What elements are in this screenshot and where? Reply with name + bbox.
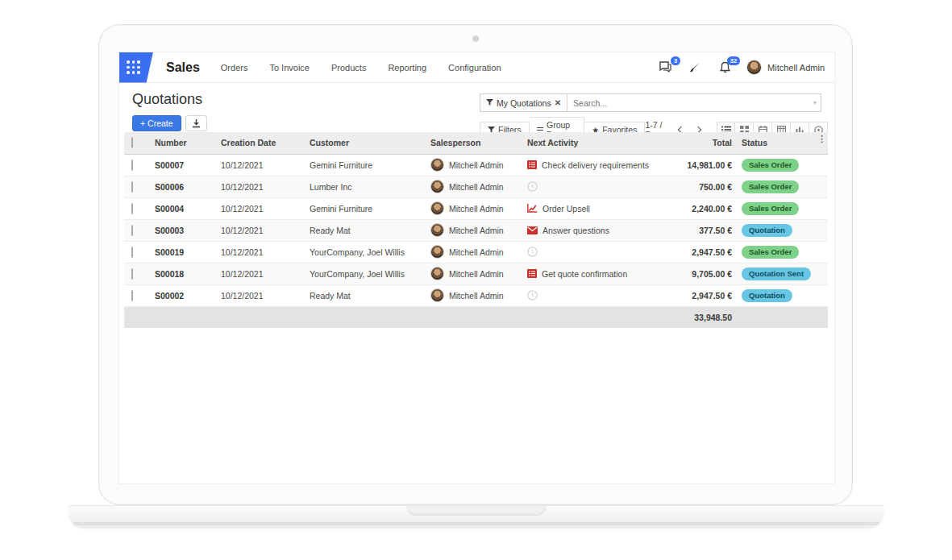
header-status[interactable]: Status ⋮ [738, 132, 828, 154]
brush-icon[interactable] [687, 60, 703, 75]
notifications-badge: 32 [727, 56, 740, 65]
menu-reporting[interactable]: Reporting [388, 63, 426, 73]
table-row[interactable]: S00018 10/12/2021 YourCompany, Joel Will… [124, 263, 828, 284]
search-facet-my-quotations[interactable]: My Quotations ✕ [480, 94, 567, 111]
header-total[interactable]: Total [679, 132, 738, 154]
facet-remove-icon[interactable]: ✕ [555, 98, 561, 107]
table-row[interactable]: S00004 10/12/2021 Gemini Furniture Mitch… [124, 197, 828, 219]
laptop-base [69, 505, 883, 527]
status-badge: Sales Order [742, 180, 799, 193]
row-customer: Ready Mat [306, 219, 427, 241]
row-checkbox[interactable] [131, 268, 133, 280]
row-customer: Ready Mat [306, 284, 427, 306]
menu-orders[interactable]: Orders [221, 63, 248, 73]
search-caret-icon[interactable]: ▾ [813, 99, 821, 106]
clock-activity-icon[interactable] [527, 181, 538, 192]
row-total: 377.50 € [679, 219, 738, 241]
header-creation-date[interactable]: Creation Date [218, 132, 306, 154]
row-creation-date: 10/12/2021 [218, 284, 306, 306]
row-number: S00006 [152, 176, 218, 197]
row-creation-date: 10/12/2021 [218, 197, 306, 219]
salesperson-avatar [430, 180, 444, 193]
facet-label: My Quotations [497, 98, 551, 108]
filter-icon [486, 99, 493, 106]
header-next-activity[interactable]: Next Activity [524, 132, 679, 154]
table-footer: 33,948.50 [124, 307, 828, 328]
header-status-label: Status [742, 138, 767, 147]
page-title: Quotations [132, 91, 202, 108]
row-checkbox[interactable] [131, 203, 133, 214]
row-checkbox[interactable] [131, 247, 133, 258]
user-name: Mitchell Admin [767, 63, 825, 73]
row-activity-label: Check delivery requirements [542, 160, 649, 170]
apps-menu-icon[interactable] [119, 52, 153, 83]
header-customer[interactable]: Customer [306, 132, 427, 154]
row-creation-date: 10/12/2021 [218, 241, 306, 263]
quotations-table: Number Creation Date Customer Salesperso… [124, 132, 828, 328]
table-row[interactable]: S00006 10/12/2021 Lumber Inc Mitchell Ad… [124, 176, 828, 197]
menu-products[interactable]: Products [331, 63, 366, 73]
bell-icon[interactable]: 32 [717, 60, 733, 75]
menu-to-invoice[interactable]: To Invoice [269, 63, 310, 73]
row-salesperson: Mitchell Admin [449, 247, 504, 257]
optional-columns-icon[interactable]: ⋮ [817, 137, 826, 141]
salesperson-avatar [430, 201, 444, 215]
row-total: 2,240.00 € [679, 197, 738, 219]
row-salesperson: Mitchell Admin [449, 182, 504, 192]
row-salesperson: Mitchell Admin [449, 204, 504, 214]
row-total: 2,947.50 € [679, 284, 738, 306]
list-activity-icon[interactable] [527, 160, 537, 169]
main-menu: Orders To Invoice Products Reporting Con… [221, 63, 501, 73]
messages-badge: 3 [671, 56, 680, 65]
table-row[interactable]: S00019 10/12/2021 YourCompany, Joel Will… [124, 241, 828, 263]
status-badge: Quotation Sent [742, 268, 811, 280]
total-sum: 33,948.50 [694, 313, 828, 322]
row-total: 2,947.50 € [679, 241, 738, 263]
envelope-activity-icon[interactable] [527, 226, 538, 234]
row-customer: YourCompany, Joel Willis [306, 241, 427, 263]
menu-configuration[interactable]: Configuration [448, 63, 501, 73]
row-creation-date: 10/12/2021 [218, 176, 306, 197]
salesperson-avatar [430, 288, 444, 302]
navbar-right: 3 32 Mitchell Admin [657, 60, 834, 75]
user-menu[interactable]: Mitchell Admin [746, 60, 825, 75]
table-row[interactable]: S00003 10/12/2021 Ready Mat Mitchell Adm… [124, 219, 828, 241]
chart-activity-icon[interactable] [527, 204, 538, 213]
table-header-row: Number Creation Date Customer Salesperso… [124, 132, 828, 154]
row-activity-label: Order Upsell [543, 204, 590, 214]
export-button[interactable] [185, 115, 207, 131]
row-creation-date: 10/12/2021 [218, 263, 306, 284]
status-badge: Quotation [742, 289, 792, 302]
select-all-checkbox[interactable] [131, 137, 133, 148]
row-checkbox[interactable] [131, 160, 133, 171]
row-salesperson: Mitchell Admin [449, 160, 504, 170]
status-badge: Sales Order [742, 202, 799, 215]
download-icon [192, 119, 201, 128]
search-input[interactable] [567, 98, 813, 108]
row-customer: Gemini Furniture [306, 197, 427, 219]
row-total: 14,981.00 € [679, 154, 738, 176]
clock-activity-icon[interactable] [527, 247, 538, 257]
control-panel: Quotations + Create My Quotations ✕ ▾ [119, 83, 834, 132]
row-checkbox[interactable] [131, 225, 133, 236]
app-name[interactable]: Sales [166, 60, 200, 75]
row-checkbox[interactable] [131, 181, 133, 193]
grid-dots-icon [127, 60, 140, 74]
create-button[interactable]: + Create [132, 115, 181, 131]
row-activity-label: Get quote confirmation [542, 269, 627, 279]
messages-icon[interactable]: 3 [657, 60, 673, 75]
header-salesperson[interactable]: Salesperson [427, 132, 524, 154]
row-number: S00019 [152, 241, 218, 263]
row-customer: Lumber Inc [306, 176, 427, 197]
clock-activity-icon[interactable] [527, 290, 538, 301]
action-buttons: + Create [132, 115, 207, 131]
header-number[interactable]: Number [152, 132, 218, 154]
table-row[interactable]: S00007 10/12/2021 Gemini Furniture Mitch… [124, 154, 828, 176]
table-row[interactable]: S00002 10/12/2021 Ready Mat Mitchell Adm… [124, 284, 828, 306]
row-salesperson: Mitchell Admin [449, 226, 504, 235]
salesperson-avatar [430, 223, 444, 237]
row-number: S00002 [152, 284, 218, 306]
search-bar[interactable]: My Quotations ✕ ▾ [480, 93, 821, 112]
row-checkbox[interactable] [131, 290, 133, 301]
list-activity-icon[interactable] [527, 269, 537, 278]
